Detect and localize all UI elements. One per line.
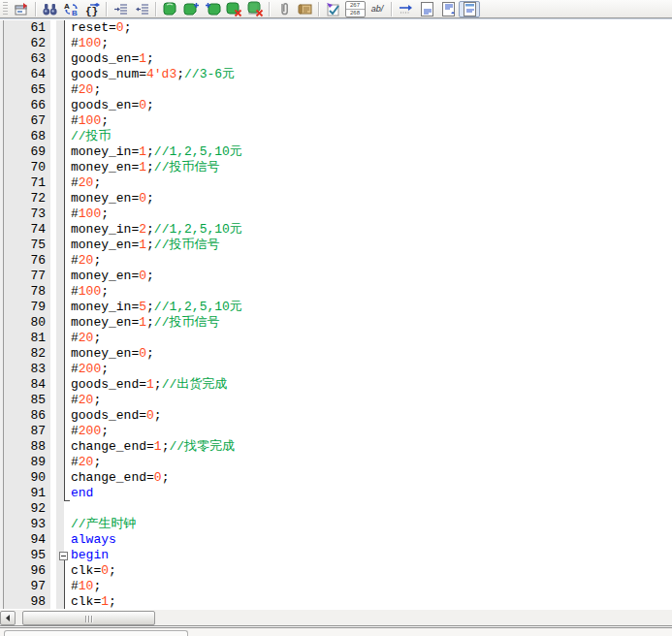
code-line[interactable]: 62#100;: [0, 36, 672, 51]
insert-template-button[interactable]: [294, 1, 315, 17]
code-text[interactable]: [64, 501, 672, 517]
code-line[interactable]: 75money_en=1;//投币信号: [0, 238, 672, 253]
code-text[interactable]: //产生时钟: [64, 517, 672, 532]
next-bookmark-button[interactable]: [180, 1, 202, 17]
code-text[interactable]: #10;: [64, 579, 672, 594]
code-text[interactable]: goods_en=1;: [64, 51, 672, 67]
code-line[interactable]: 95begin: [0, 548, 672, 563]
code-text[interactable]: money_en=1;//投币信号: [64, 315, 672, 331]
replace-button[interactable]: A B: [60, 1, 81, 17]
find-button[interactable]: [39, 1, 60, 17]
toolbar-grip[interactable]: [3, 2, 8, 16]
code-line[interactable]: 81#20;: [0, 331, 672, 346]
horizontal-scrollbar[interactable]: [0, 609, 672, 625]
code-line[interactable]: 74money_in=2;//1,2,5,10元: [0, 222, 672, 238]
code-line[interactable]: 76#20;: [0, 253, 672, 269]
outdent-button[interactable]: [131, 1, 152, 17]
code-text[interactable]: #20;: [64, 175, 672, 191]
code-line[interactable]: 94always: [0, 532, 672, 548]
doc-bottom-button[interactable]: [416, 1, 437, 17]
code-text[interactable]: #20;: [64, 331, 672, 346]
code-line[interactable]: 92: [0, 501, 672, 517]
code-text[interactable]: #100;: [64, 36, 672, 51]
code-text[interactable]: #100;: [64, 207, 672, 222]
code-line[interactable]: 65#20;: [0, 82, 672, 98]
attach-file-button[interactable]: [272, 1, 294, 17]
code-line[interactable]: 85#20;: [0, 393, 672, 408]
code-line[interactable]: 73#100;: [0, 207, 672, 222]
code-text[interactable]: #20;: [64, 393, 672, 408]
code-line[interactable]: 93//产生时钟: [0, 517, 672, 532]
doc-top-button[interactable]: [437, 1, 459, 17]
window-arrow-button[interactable]: [11, 1, 32, 17]
code-text[interactable]: money_en=0;: [64, 346, 672, 362]
scroll-left-button[interactable]: [0, 611, 16, 625]
doc-header-button[interactable]: [459, 1, 480, 17]
code-line[interactable]: 71#20;: [0, 175, 672, 191]
code-text[interactable]: change_end=0;: [64, 470, 672, 486]
code-line[interactable]: 68//投币: [0, 129, 672, 144]
code-text[interactable]: #100;: [64, 284, 672, 300]
code-text[interactable]: clk=1;: [64, 594, 672, 609]
code-line[interactable]: 79money_in=5;//1,2,5,10元: [0, 300, 672, 315]
code-line[interactable]: 63goods_en=1;: [0, 51, 672, 67]
code-line[interactable]: 96clk=0;: [0, 563, 672, 579]
code-line[interactable]: 72money_en=0;: [0, 191, 672, 207]
code-line[interactable]: 89#20;: [0, 455, 672, 470]
code-line[interactable]: 86goods_end=0;: [0, 408, 672, 424]
show-whitespace-button[interactable]: ab/: [367, 1, 388, 17]
code-text[interactable]: money_en=1;//投币信号: [64, 238, 672, 253]
insert-bookmark-button[interactable]: [159, 1, 180, 17]
code-text[interactable]: clk=0;: [64, 563, 672, 579]
line-count-button[interactable]: 267 268: [343, 1, 367, 17]
code-text[interactable]: goods_en=0;: [64, 98, 672, 113]
code-line[interactable]: 97#10;: [0, 579, 672, 594]
code-line[interactable]: 83#200;: [0, 362, 672, 377]
matching-brace-button[interactable]: {}: [81, 1, 103, 17]
delete-all-bookmarks-button[interactable]: [244, 1, 266, 17]
delete-bookmark-button[interactable]: [223, 1, 244, 17]
code-line[interactable]: 78#100;: [0, 284, 672, 300]
code-line[interactable]: 70money_en=1;//投币信号: [0, 160, 672, 175]
code-line[interactable]: 91end: [0, 486, 672, 501]
code-text[interactable]: goods_end=1;//出货完成: [64, 377, 672, 393]
code-text[interactable]: begin: [64, 548, 672, 563]
goto-button[interactable]: [395, 1, 416, 17]
previous-bookmark-button[interactable]: [202, 1, 223, 17]
code-text[interactable]: //投币: [64, 129, 672, 144]
code-editor[interactable]: 61reset=0;62#100;63goods_en=1;64goods_nu…: [0, 20, 672, 609]
code-text[interactable]: money_en=0;: [64, 191, 672, 207]
fold-collapse-icon[interactable]: [59, 552, 68, 560]
code-line[interactable]: 98clk=1;: [0, 594, 672, 609]
code-text[interactable]: money_en=1;//投币信号: [64, 160, 672, 175]
code-line[interactable]: 66goods_en=0;: [0, 98, 672, 113]
code-line[interactable]: 90change_end=0;: [0, 470, 672, 486]
code-line[interactable]: 77money_en=0;: [0, 269, 672, 284]
code-text[interactable]: #200;: [64, 362, 672, 377]
code-text[interactable]: reset=0;: [64, 20, 672, 36]
code-line[interactable]: 82money_en=0;: [0, 346, 672, 362]
code-text[interactable]: goods_num=4'd3;//3-6元: [64, 67, 672, 82]
code-text[interactable]: money_in=2;//1,2,5,10元: [64, 222, 672, 238]
code-text[interactable]: #20;: [64, 253, 672, 269]
indent-button[interactable]: [110, 1, 131, 17]
horizontal-scrollbar-thumb[interactable]: [22, 611, 155, 625]
code-line[interactable]: 69money_in=1;//1,2,5,10元: [0, 144, 672, 160]
code-line[interactable]: 67#100;: [0, 113, 672, 129]
code-text[interactable]: money_in=1;//1,2,5,10元: [64, 144, 672, 160]
code-line[interactable]: 64goods_num=4'd3;//3-6元: [0, 67, 672, 82]
code-text[interactable]: #200;: [64, 424, 672, 439]
code-line[interactable]: 80money_en=1;//投币信号: [0, 315, 672, 331]
code-text[interactable]: money_en=0;: [64, 269, 672, 284]
code-text[interactable]: always: [64, 532, 672, 548]
code-text[interactable]: end: [64, 486, 672, 501]
code-text[interactable]: money_in=5;//1,2,5,10元: [64, 300, 672, 315]
code-line[interactable]: 84goods_end=1;//出货完成: [0, 377, 672, 393]
code-text[interactable]: goods_end=0;: [64, 408, 672, 424]
code-text[interactable]: change_end=1;//找零完成: [64, 439, 672, 455]
code-line[interactable]: 61reset=0;: [0, 20, 672, 36]
code-text[interactable]: #20;: [64, 82, 672, 98]
code-line[interactable]: 88change_end=1;//找零完成: [0, 439, 672, 455]
code-text[interactable]: #20;: [64, 455, 672, 470]
code-line[interactable]: 87#200;: [0, 424, 672, 439]
